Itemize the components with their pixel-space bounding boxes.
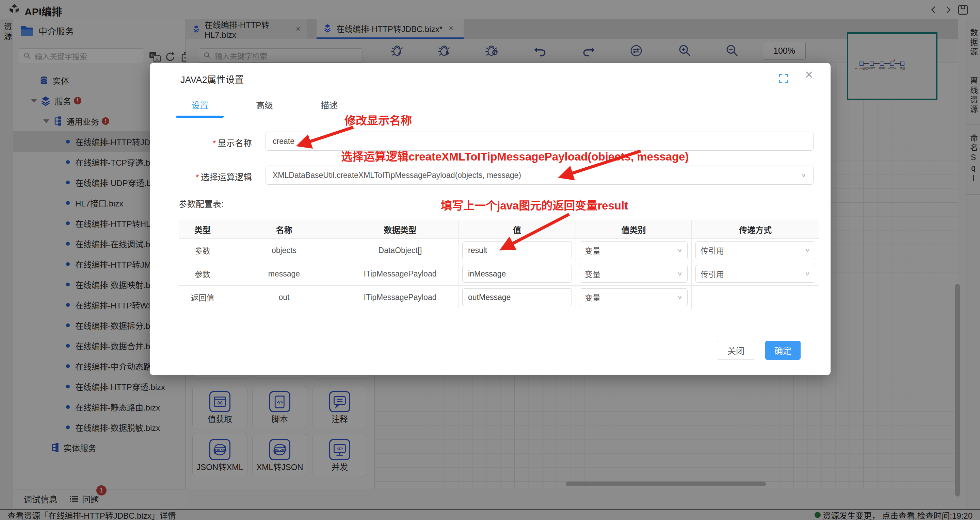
param-type-cell: 参数	[179, 262, 226, 286]
close-button[interactable]: 关闭	[717, 341, 755, 360]
param-table-header: 值	[458, 220, 576, 239]
param-table-header: 名称	[226, 220, 342, 239]
close-icon[interactable]: ×	[805, 67, 813, 82]
pass-mode-cell	[692, 286, 819, 309]
display-name-label: *显示名称	[170, 136, 252, 149]
annotation-logic: 选择运算逻辑createXMLToITipMessagePayload(obje…	[341, 147, 689, 164]
dialog-title: JAVA2属性设置	[180, 73, 244, 86]
tab-divider	[176, 117, 804, 117]
param-table-header: 传递方式	[692, 220, 819, 239]
param-table-row: 参数objectsDataObject[]变量∨传引用∨	[179, 239, 819, 262]
pass-mode-select[interactable]: 传引用∨	[695, 265, 815, 282]
value-kind-cell: 变量∨	[576, 239, 692, 262]
param-name-cell: message	[226, 262, 342, 286]
param-datatype-cell: ITipMessagePayload	[342, 262, 458, 286]
pass-mode-cell: 传引用∨	[692, 239, 819, 262]
param-table-header: 类型	[179, 220, 226, 239]
dialog-tab-description[interactable]: 描述	[305, 98, 353, 111]
fullscreen-icon[interactable]	[778, 73, 789, 84]
dialog-tab-settings[interactable]: 设置	[176, 98, 224, 111]
value-kind-cell: 变量∨	[576, 262, 692, 286]
pass-mode-select[interactable]: 传引用∨	[695, 241, 815, 259]
logic-label: *选择运算逻辑	[170, 170, 252, 182]
param-value-input[interactable]	[467, 292, 567, 302]
dialog-tab-advanced[interactable]: 高级	[241, 98, 288, 111]
param-datatype-cell: ITipMessagePayload	[342, 286, 458, 309]
chevron-down-icon: ∨	[805, 247, 810, 254]
param-type-cell: 参数	[179, 239, 226, 262]
param-name-cell: objects	[226, 239, 342, 262]
param-datatype-cell: DataObject[]	[342, 239, 458, 262]
param-type-cell: 返回值	[179, 286, 226, 309]
param-table-row: 参数messageITipMessagePayload变量∨传引用∨	[179, 262, 819, 286]
pass-mode-cell: 传引用∨	[692, 262, 819, 286]
java2-properties-dialog: JAVA2属性设置 × 设置高级描述 *显示名称 *选择运算逻辑 XMLData…	[150, 63, 830, 375]
chevron-down-icon: ∨	[677, 271, 682, 277]
param-table-header: 值类别	[576, 220, 692, 239]
value-kind-select[interactable]: 变量∨	[580, 241, 687, 259]
param-name-cell: out	[226, 286, 342, 309]
logic-select-value: XMLDataBaseUtil.createXMLToITipMessagePa…	[273, 171, 521, 180]
param-value-input[interactable]	[467, 269, 567, 279]
param-table-header: 数据类型	[342, 220, 458, 239]
chevron-down-icon: ∨	[805, 271, 810, 277]
annotation-result: 填写上一个java图元的返回变量result	[441, 197, 628, 213]
param-table-title: 参数配置表:	[179, 197, 224, 209]
active-tab-indicator	[176, 116, 224, 118]
param-value-cell	[458, 286, 576, 309]
ok-button[interactable]: 确定	[765, 341, 800, 360]
param-table-row: 返回值outITipMessagePayload变量∨	[179, 286, 819, 309]
chevron-down-icon: ∨	[677, 294, 682, 300]
param-table: 类型名称数据类型值值类别传递方式 参数objectsDataObject[]变量…	[179, 220, 819, 309]
app-root: { "app": {"title": "API编排"}, "left_strip…	[0, 0, 980, 520]
param-value-input[interactable]	[467, 246, 567, 255]
required-asterisk: *	[213, 139, 216, 148]
chevron-down-icon: ∨	[677, 247, 682, 254]
required-asterisk: *	[196, 173, 199, 182]
logic-select[interactable]: XMLDataBaseUtil.createXMLToITipMessagePa…	[266, 166, 813, 185]
param-value-cell	[458, 262, 576, 286]
chevron-down-icon: ∨	[801, 172, 807, 178]
annotation-display-name: 修改显示名称	[344, 111, 412, 128]
param-value-cell	[458, 239, 576, 262]
value-kind-select[interactable]: 变量∨	[580, 265, 687, 282]
value-kind-cell: 变量∨	[576, 286, 692, 309]
value-kind-select[interactable]: 变量∨	[580, 289, 687, 306]
